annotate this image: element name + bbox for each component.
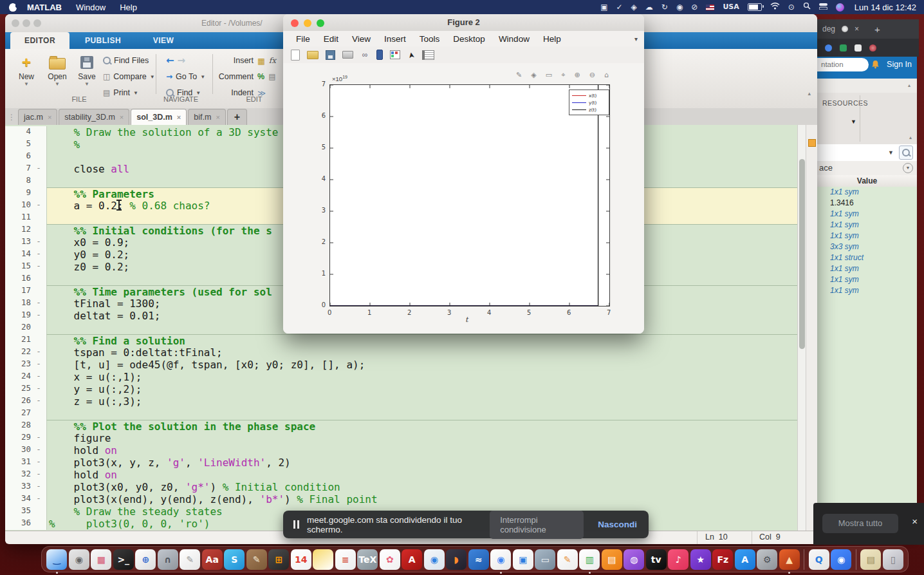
check-app-icon[interactable]: ✓ <box>616 0 623 14</box>
new-tab-button[interactable]: + <box>227 109 247 125</box>
close-tab-icon[interactable]: × <box>177 109 181 125</box>
search-button[interactable] <box>899 146 913 160</box>
dock-item-star-app[interactable]: ★ <box>690 549 711 570</box>
code-text[interactable]: figure <box>46 432 798 444</box>
open-file-icon[interactable] <box>307 51 319 59</box>
figure-menu-insert[interactable]: Insert <box>384 34 406 44</box>
dock-item-calculator[interactable]: ⊞ <box>268 549 289 570</box>
search-documentation-input[interactable]: ntation <box>817 58 869 71</box>
code-text[interactable]: %% Plot the solution in the phase space <box>46 420 798 432</box>
insert-colorbar-icon[interactable] <box>376 50 383 60</box>
dock-item-launchpad[interactable]: ▦ <box>91 549 111 570</box>
panel-menu-icon[interactable]: ▼ <box>903 163 913 173</box>
minimize-button[interactable] <box>23 19 30 27</box>
dock-item-acrobat[interactable]: A <box>402 549 422 570</box>
code-line-27[interactable]: 27 <box>5 408 798 420</box>
code-line-32[interactable]: 32- hold on <box>5 469 798 481</box>
code-line-25[interactable]: 25- y = u(:,2); <box>5 383 798 395</box>
close-button[interactable] <box>291 19 299 27</box>
figure-menu-window[interactable]: Window <box>499 34 530 44</box>
new-tab-icon[interactable]: + <box>874 24 880 35</box>
dock-item-firefox[interactable]: ◗ <box>446 549 467 570</box>
dock-item-chrome[interactable]: ◉ <box>490 549 511 570</box>
code-line-29[interactable]: 29- figure <box>5 432 798 444</box>
ribbon-tab-publish[interactable]: PUBLISH <box>69 32 136 49</box>
notification-bell-icon[interactable] <box>871 60 880 69</box>
ribbon-tab-view[interactable]: VIEW <box>136 32 190 49</box>
code-text[interactable]: x = u(:,1); <box>46 371 798 383</box>
code-line-24[interactable]: 24- x = u(:,1); <box>5 371 798 383</box>
forward-arrow-icon[interactable]: → <box>178 55 186 66</box>
code-text[interactable] <box>46 408 798 420</box>
show-all-button[interactable]: Mostra tutto <box>822 514 898 533</box>
zoom-in-icon[interactable]: ⊕ <box>574 71 580 79</box>
menubar-clock[interactable]: Lun 14 dic 12:42 <box>855 3 924 12</box>
dropbox-icon[interactable]: ◈ <box>631 0 637 14</box>
workspace-value-cell[interactable]: 1x1 struct <box>817 252 917 263</box>
dock-item-pictures[interactable]: ▭ <box>535 549 555 570</box>
menu-overflow-icon[interactable]: ▾ <box>634 35 644 42</box>
dock-item-notability[interactable]: ✎ <box>246 549 267 570</box>
dock-item-matlab[interactable]: ▲ <box>779 549 800 570</box>
minimize-button[interactable] <box>304 19 311 27</box>
value-column-header[interactable]: Value <box>817 175 917 187</box>
menubar-item-window[interactable]: Window <box>76 3 106 12</box>
record-icon[interactable]: ◉ <box>676 0 683 14</box>
dock-item-downloads[interactable]: ▤ <box>860 549 881 570</box>
figure-menu-desktop[interactable]: Desktop <box>453 34 485 44</box>
spotlight-icon[interactable] <box>803 0 811 14</box>
chevron-down-icon[interactable]: ▼ <box>888 149 894 156</box>
find-files-button[interactable]: Find Files <box>103 54 149 67</box>
close-tab-icon[interactable]: × <box>216 109 219 125</box>
code-line-31[interactable]: 31- plot3(x, y, z, 'g', 'LineWidth', 2) <box>5 457 798 469</box>
workspace-value-cell[interactable]: 1x1 sym <box>817 209 917 220</box>
code-line-28[interactable]: 28 %% Plot the solution in the phase spa… <box>5 420 798 432</box>
workspace-value-cell[interactable]: 1x1 sym <box>817 274 917 285</box>
plot-axes[interactable] <box>329 84 610 306</box>
code-text[interactable]: plot3(x(end), y(end), z(end), 'b*') % Fi… <box>46 493 798 505</box>
dock-item-keynote[interactable]: ▣ <box>513 549 533 570</box>
code-text[interactable]: tspan = 0:deltat:tFinal; <box>46 346 798 359</box>
scrollbar-thumb[interactable] <box>799 159 805 349</box>
legend-entry[interactable]: y(t) <box>572 99 607 106</box>
dock-item-safari[interactable]: ◉ <box>424 549 445 570</box>
dock-item-terminal[interactable]: >_ <box>113 549 134 570</box>
editor-tab-bif-m[interactable]: bif.m× <box>188 109 226 125</box>
dock-item-books[interactable]: ▤ <box>602 549 622 570</box>
dock-item-calendar[interactable]: 14 <box>291 549 311 570</box>
dock-item-system-preferences[interactable]: ⚙ <box>757 549 777 570</box>
extension-icon[interactable] <box>855 44 862 52</box>
battery-icon[interactable] <box>748 3 762 11</box>
code-line-34[interactable]: 34- plot3(x(end), y(end), z(end), 'b*') … <box>5 493 798 505</box>
shield-app-icon[interactable]: ▣ <box>600 0 607 14</box>
dnd-icon[interactable]: ⊘ <box>691 0 698 14</box>
extension-icon[interactable] <box>840 44 847 52</box>
new-button[interactable]: + New ▼ <box>12 53 41 99</box>
code-line-22[interactable]: 22- tspan = 0:deltat:tFinal; <box>5 346 798 359</box>
sync-app-icon[interactable]: ↻ <box>661 0 668 14</box>
dock-item-numbers[interactable]: ▥ <box>579 549 600 570</box>
plot-legend[interactable]: x(t)y(t)z(t) <box>569 90 609 115</box>
warning-marker[interactable] <box>808 139 816 147</box>
dock-item-tex[interactable]: TeX <box>357 549 378 570</box>
sign-in-link[interactable]: Sign In <box>887 60 912 69</box>
print-button[interactable]: ▤ Print ▼ <box>103 86 138 99</box>
workspace-panel-header[interactable]: ace ▼ <box>817 161 917 176</box>
figure-menu-view[interactable]: View <box>352 34 371 44</box>
dock-item-apple-tv[interactable]: tv <box>646 549 667 570</box>
code-line-23[interactable]: 23- [t, u] = ode45(@f, tspan, [x0; y0; z… <box>5 359 798 371</box>
dock-item-notes[interactable] <box>313 549 333 570</box>
cloud-upload-icon[interactable]: ☁ <box>645 0 653 14</box>
flag-usa-icon[interactable] <box>706 5 714 10</box>
editor-tab-sol_3D-m[interactable]: sol_3D.m× <box>131 109 187 125</box>
figure-titlebar[interactable]: Figure 2 <box>283 14 644 32</box>
dock-item-music[interactable]: ♪ <box>668 549 688 570</box>
colorbar-icon[interactable]: ▭ <box>546 71 552 79</box>
code-text[interactable]: hold on <box>46 444 798 457</box>
tab-drag-handle-icon[interactable]: ⋮ <box>5 109 18 125</box>
new-figure-icon[interactable] <box>291 50 300 61</box>
chevron-down-icon[interactable]: ▼ <box>851 118 856 125</box>
brush-icon[interactable]: ✎ <box>516 71 522 79</box>
edit-plot-icon[interactable]: ➤ <box>406 50 416 59</box>
dock-item-skype[interactable]: S <box>224 549 245 570</box>
